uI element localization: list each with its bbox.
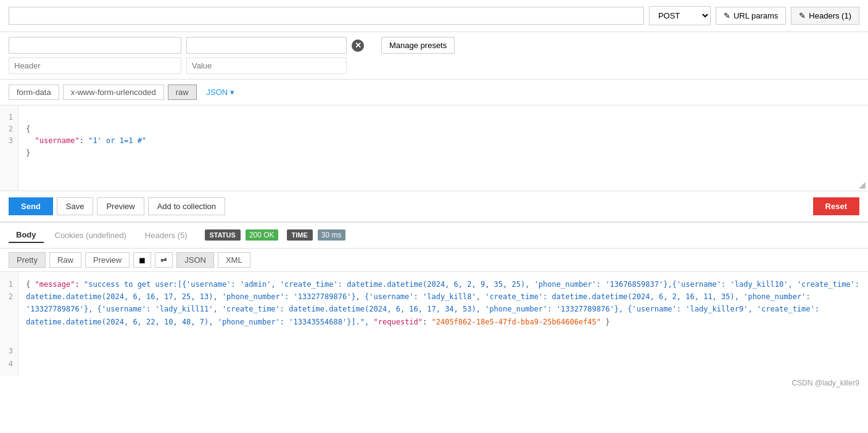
preview-response-button[interactable]: Preview	[85, 252, 130, 268]
response-body-tab[interactable]: Body	[9, 228, 44, 243]
raw-response-button[interactable]: Raw	[49, 252, 81, 268]
form-data-tab[interactable]: form-data	[9, 85, 59, 100]
header-key-input[interactable]: Content-Type	[9, 37, 181, 54]
headers-button[interactable]: ✎ Headers (1)	[791, 7, 859, 25]
response-cookies-tab[interactable]: Cookies (undefined)	[48, 228, 134, 242]
copy-icon: ◼	[139, 255, 146, 265]
watermark: CSDN @lady_killer9	[0, 376, 868, 390]
time-badge: TIME	[287, 229, 313, 241]
header-placeholder-row	[9, 57, 859, 74]
expand-icon: ⇌	[160, 255, 167, 265]
request-line-numbers: 1 2 3	[0, 105, 19, 191]
response-line-numbers: 1 2 3 4	[0, 272, 19, 377]
headers-section: Content-Type application/json ✕ Manage p…	[0, 32, 868, 80]
action-bar: Send Save Preview Add to collection Rese…	[0, 191, 868, 222]
header-row-content-type: Content-Type application/json ✕ Manage p…	[9, 37, 859, 54]
header-value-input[interactable]: application/json	[186, 37, 347, 54]
pretty-button[interactable]: Pretty	[9, 252, 46, 268]
status-badge: STATUS	[205, 229, 241, 241]
clear-header-button[interactable]: ✕	[352, 39, 364, 52]
manage-presets-button[interactable]: Manage presets	[381, 37, 455, 54]
copy-icon-button[interactable]: ◼	[133, 252, 151, 268]
response-format-bar: Pretty Raw Preview ◼ ⇌ JSON XML	[0, 249, 868, 272]
json-dropdown[interactable]: JSON ▾	[200, 85, 241, 99]
edit-icon-2: ✎	[799, 11, 806, 20]
url-encoded-tab[interactable]: x-www-form-urlencoded	[63, 85, 164, 100]
reset-button[interactable]: Reset	[813, 197, 859, 215]
response-body: 1 2 3 4 { "message": "success to get use…	[0, 272, 868, 377]
value-placeholder-input[interactable]	[186, 57, 347, 74]
xml-format-button[interactable]: XML	[218, 252, 250, 268]
raw-tab[interactable]: raw	[168, 85, 197, 100]
send-button[interactable]: Send	[9, 197, 53, 215]
url-input[interactable]: http://127.0.0.1:5000/api/v1.0/get_user_…	[9, 7, 644, 25]
edit-icon: ✎	[724, 11, 730, 20]
status-value: 200 OK	[246, 229, 278, 241]
add-to-collection-button[interactable]: Add to collection	[148, 197, 225, 215]
response-headers-tab[interactable]: Headers (5)	[138, 228, 195, 242]
preview-button[interactable]: Preview	[97, 197, 144, 215]
response-code-content: { "message": "success to get user:[{'use…	[19, 272, 868, 377]
url-bar: http://127.0.0.1:5000/api/v1.0/get_user_…	[0, 0, 868, 32]
resize-handle[interactable]: ◢	[859, 179, 866, 189]
url-params-button[interactable]: ✎ URL params	[716, 7, 786, 25]
chevron-down-icon: ▾	[230, 88, 234, 97]
method-select[interactable]: POST GET PUT DELETE PATCH	[649, 6, 711, 25]
save-button[interactable]: Save	[57, 197, 94, 215]
expand-icon-button[interactable]: ⇌	[155, 252, 173, 268]
json-format-button[interactable]: JSON	[176, 252, 214, 268]
response-tabs: Body Cookies (undefined) Headers (5) STA…	[0, 223, 868, 249]
header-placeholder-input[interactable]	[9, 57, 181, 74]
request-body-editor: 1 2 3 { "username": "1' or 1=1 #" } ◢	[0, 105, 868, 191]
time-value: 30 ms	[318, 229, 345, 241]
request-code-content[interactable]: { "username": "1' or 1=1 #" }	[19, 105, 868, 177]
body-tabs: form-data x-www-form-urlencoded raw JSON…	[0, 80, 868, 105]
